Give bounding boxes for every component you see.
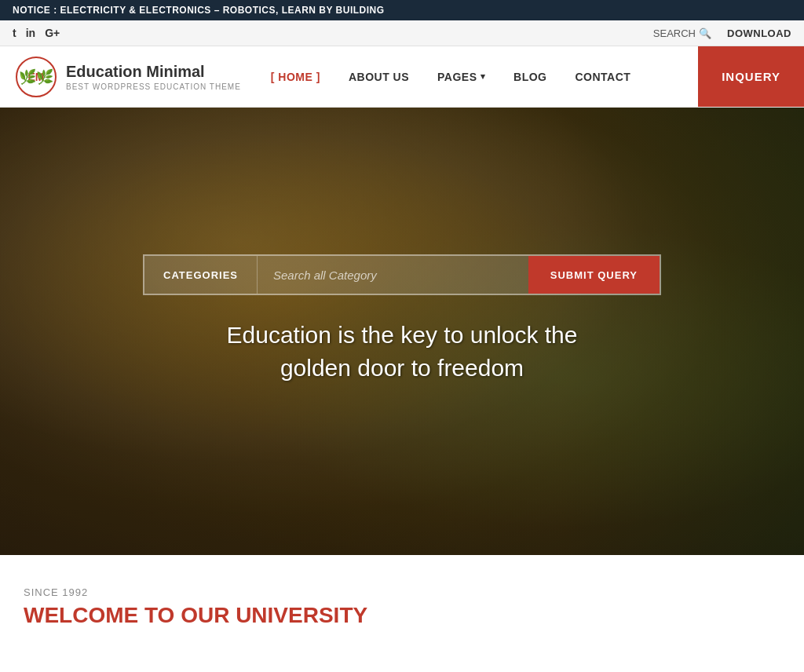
nav-links: [ HOME ] ABOUT US PAGES ▾ BLOG CONTACT xyxy=(257,47,698,107)
notice-bar: NOTICE : ELECTRICITY & ELECTRONICS – ROB… xyxy=(0,0,804,20)
logo-subtitle: BEST WORDPRESS EDUCATION THEME xyxy=(66,82,241,92)
search-label: SEARCH xyxy=(653,27,696,39)
hero-tagline: Education is the key to unlock the golde… xyxy=(198,319,606,385)
wreath-left-icon: 🌿 xyxy=(19,68,36,86)
search-icon: 🔍 xyxy=(699,27,711,39)
notice-text: ELECTRICITY & ELECTRONICS – ROBOTICS, LE… xyxy=(60,5,385,16)
social-icons: t in G+ xyxy=(13,27,60,39)
inquiry-button[interactable]: INQUERY xyxy=(698,46,804,107)
twitter-icon[interactable]: t xyxy=(13,27,16,39)
notice-prefix: NOTICE : xyxy=(13,5,57,16)
hero-search-input[interactable] xyxy=(258,256,528,294)
logo-text: Education Minimal BEST WORDPRESS EDUCATI… xyxy=(66,61,241,92)
download-link[interactable]: DOWNLOAD xyxy=(727,27,791,39)
hero-content: CATEGORIES SUBMIT QUERY Education is the… xyxy=(0,254,804,385)
linkedin-icon[interactable]: in xyxy=(26,27,35,39)
nav-pages-label: PAGES xyxy=(437,71,477,83)
nav-item-home[interactable]: [ HOME ] xyxy=(257,47,334,107)
chevron-down-icon: ▾ xyxy=(481,71,486,82)
logo-title: Education Minimal xyxy=(66,61,241,82)
top-bar: t in G+ SEARCH 🔍 DOWNLOAD xyxy=(0,20,804,46)
nav-item-pages[interactable]: PAGES ▾ xyxy=(423,47,499,107)
top-bar-right: SEARCH 🔍 DOWNLOAD xyxy=(653,27,791,39)
since-label: SINCE 1992 xyxy=(24,586,780,598)
logo-area: 🌿 EM 🌿 Education Minimal BEST WORDPRESS … xyxy=(0,47,257,107)
welcome-title: WELCOME TO OUR UNIVERSITY xyxy=(24,603,780,628)
hero-search-bar: CATEGORIES SUBMIT QUERY xyxy=(143,254,661,295)
categories-button[interactable]: CATEGORIES xyxy=(144,256,258,294)
nav-item-blog[interactable]: BLOG xyxy=(499,47,561,107)
googleplus-icon[interactable]: G+ xyxy=(45,27,60,39)
submit-query-button[interactable]: SUBMIT QUERY xyxy=(528,256,660,294)
main-nav: 🌿 EM 🌿 Education Minimal BEST WORDPRESS … xyxy=(0,46,804,108)
hero-section: CATEGORIES SUBMIT QUERY Education is the… xyxy=(0,108,804,555)
nav-item-contact[interactable]: CONTACT xyxy=(561,47,645,107)
search-area[interactable]: SEARCH 🔍 xyxy=(653,27,711,39)
wreath-right-icon: 🌿 xyxy=(36,68,53,86)
nav-item-about[interactable]: ABOUT US xyxy=(334,47,423,107)
below-hero-section: SINCE 1992 WELCOME TO OUR UNIVERSITY xyxy=(0,555,804,644)
logo-badge: 🌿 EM 🌿 xyxy=(16,57,57,97)
